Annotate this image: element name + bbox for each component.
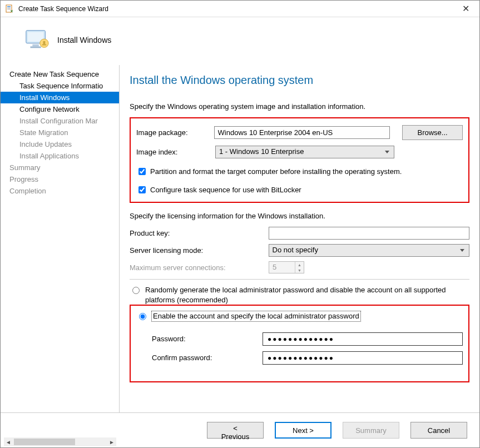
radio-random[interactable] [132, 287, 140, 294]
svg-rect-9 [43, 41, 46, 44]
max-connections-value: 5 [269, 262, 295, 273]
radio-random-label: Randomly generate the local administrato… [145, 285, 469, 305]
next-button[interactable]: Next > [275, 422, 331, 439]
password-label: Password: [152, 335, 263, 343]
sidebar-item-install-applications[interactable]: Install Applications [1, 150, 119, 162]
radio-enable[interactable] [139, 313, 146, 320]
product-key-field[interactable] [269, 227, 469, 240]
sidebar: Create New Task SequenceTask Sequence In… [1, 65, 120, 412]
close-icon[interactable]: ✕ [457, 1, 475, 16]
divider [130, 279, 469, 280]
bitlocker-checkbox-row[interactable]: Configure task sequence for use with Bit… [136, 185, 463, 195]
product-key-label: Product key: [130, 229, 269, 237]
radio-random-row[interactable]: Randomly generate the local administrato… [130, 285, 469, 305]
licensing-text: Specify the licensing information for th… [130, 212, 469, 220]
svg-rect-2 [7, 8, 11, 8]
spinner-up-icon: ▲ [295, 262, 304, 267]
titlebar: Create Task Sequence Wizard ✕ [1, 1, 479, 17]
highlight-password-settings: Enable the account and specify the local… [130, 305, 469, 382]
radio-enable-row[interactable]: Enable the account and specify the local… [136, 311, 463, 321]
svg-rect-6 [32, 44, 39, 47]
server-mode-value: Do not specify [273, 246, 318, 254]
scroll-thumb[interactable] [14, 439, 75, 445]
sidebar-item-summary[interactable]: Summary [1, 162, 119, 173]
radio-enable-label: Enable the account and specify the local… [152, 311, 463, 321]
svg-rect-1 [7, 6, 11, 7]
content-pane: Install the Windows operating system Spe… [120, 65, 479, 412]
sidebar-item-include-updates[interactable]: Include Updates [1, 138, 119, 150]
confirm-password-label: Confirm password: [152, 354, 263, 362]
sidebar-item-completion[interactable]: Completion [1, 185, 119, 197]
svg-rect-10 [42, 44, 47, 46]
scroll-left-icon[interactable]: ◄ [4, 437, 13, 446]
image-package-label: Image package: [136, 128, 214, 137]
scroll-right-icon[interactable]: ► [107, 437, 116, 446]
wizard-header: Install Windows [1, 17, 479, 65]
sidebar-item-create-new-task-sequence[interactable]: Create New Task Sequence [1, 68, 119, 80]
svg-rect-0 [6, 5, 12, 12]
bitlocker-checkbox[interactable] [138, 186, 146, 193]
svg-rect-7 [31, 47, 41, 48]
sidebar-item-configure-network[interactable]: Configure Network [1, 103, 119, 115]
header-title: Install Windows [57, 36, 111, 44]
sidebar-item-install-windows[interactable]: Install Windows [1, 92, 119, 103]
partition-checkbox-label: Partition and format the target computer… [150, 167, 402, 176]
sidebar-item-progress[interactable]: Progress [1, 173, 119, 185]
partition-checkbox-row[interactable]: Partition and format the target computer… [136, 166, 463, 177]
sidebar-item-install-configuration-mar[interactable]: Install Configuration Mar [1, 115, 119, 127]
cancel-button[interactable]: Cancel [410, 422, 467, 439]
previous-button[interactable]: < Previous [207, 422, 264, 439]
image-index-select[interactable]: 1 - Windows 10 Enterprise [215, 146, 394, 158]
image-package-field[interactable] [214, 126, 390, 139]
sidebar-item-task-sequence-informatio[interactable]: Task Sequence Informatio [1, 80, 119, 92]
password-field[interactable] [263, 332, 463, 346]
page-title: Install the Windows operating system [130, 74, 469, 87]
max-connections-spinner: 5 ▲ ▼ [269, 261, 304, 273]
partition-checkbox[interactable] [138, 168, 146, 175]
browse-button[interactable]: Browse... [402, 125, 463, 140]
window-title: Create Task Sequence Wizard [18, 5, 457, 13]
image-index-value: 1 - Windows 10 Enterprise [219, 147, 304, 156]
spinner-buttons: ▲ ▼ [295, 262, 304, 273]
server-mode-select[interactable]: Do not specify [269, 244, 469, 257]
specify-image-text: Specify the Windows operating system ima… [130, 102, 469, 111]
wizard-body: Create New Task SequenceTask Sequence In… [1, 65, 479, 412]
sidebar-item-state-migration[interactable]: State Migration [1, 127, 119, 138]
svg-rect-3 [7, 9, 11, 9]
server-mode-label: Server licensing mode: [130, 246, 269, 255]
confirm-password-field[interactable] [263, 351, 463, 365]
bitlocker-checkbox-label: Configure task sequence for use with Bit… [150, 186, 301, 194]
sidebar-horizontal-scrollbar[interactable]: ◄ ► [4, 437, 116, 446]
highlight-image-settings: Image package: Browse... Image index: 1 … [130, 117, 469, 203]
max-connections-label: Maximum server connections: [130, 263, 269, 272]
header-monitor-icon [24, 27, 50, 53]
app-icon [5, 4, 14, 13]
spinner-down-icon: ▼ [295, 267, 304, 273]
summary-button: Summary [343, 422, 399, 439]
radio-enable-text: Enable the account and specify the local… [152, 311, 360, 321]
image-index-label: Image index: [136, 148, 215, 156]
wizard-window: Create Task Sequence Wizard ✕ Install Wi… [0, 0, 480, 448]
